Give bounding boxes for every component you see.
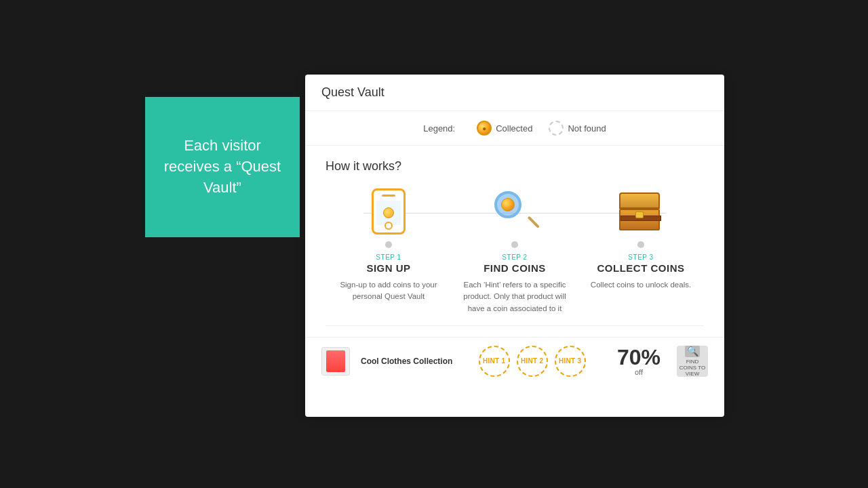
phone-coin [383,207,394,218]
product-thumb-inner [326,350,345,372]
hint-1-badge[interactable]: HINT 1 [479,346,510,377]
chest-body [619,209,660,230]
product-info: Cool Clothes Collection [361,354,452,367]
find-coins-button[interactable]: 🔍 FIND COINS TO VIEW [677,346,708,377]
legend-collected-label: Collected [496,123,532,134]
hint-3-badge[interactable]: HINT 3 [555,346,586,377]
legend-not-found-item: Not found [549,121,606,136]
steps-row: STEP 1 SIGN UP Sign-up to add coins to y… [326,187,704,326]
step-1: STEP 1 SIGN UP Sign-up to add coins to y… [334,187,443,303]
step-2-icon [490,187,539,236]
magnifier-icon [494,191,535,232]
step-1-desc: Sign-up to add coins to your personal Qu… [334,279,443,303]
step-3-dot [637,241,644,248]
step-3-desc: Collect coins to unlock deals. [591,279,691,291]
product-thumbnail [321,347,350,375]
hint-2-badge[interactable]: HINT 2 [517,346,548,377]
step-1-dot [385,241,392,248]
discount-area: 70% off [617,346,660,376]
magnifier-glass [494,191,521,218]
step-2-name: FIND COINS [484,262,546,274]
find-coins-icon: 🔍 [685,346,700,357]
how-it-works-title: How it works? [326,159,704,174]
step-3-icon [616,187,665,236]
step-2: STEP 2 FIND COINS Each ‘Hint’ refers to … [460,187,569,314]
teal-panel: Each visitor receives a “Quest Vault” [145,97,300,237]
magnifier-handle [528,216,540,228]
legend-label: Legend: [423,123,455,134]
magnifier-coin [501,198,515,211]
teal-panel-text: Each visitor receives a “Quest Vault” [159,136,286,198]
legend-collected-item: ● Collected [477,121,532,136]
chest-lock [635,211,644,218]
step-1-icon [364,187,413,236]
find-coins-label: FIND COINS TO VIEW [677,359,708,377]
coin-collected-icon: ● [477,121,492,136]
chest-icon [619,192,663,230]
discount-off-label: off [635,368,643,376]
step-1-name: SIGN UP [366,262,410,274]
step-2-dot [511,241,518,248]
phone-screen [376,201,401,225]
step-3-number: STEP 3 [628,253,653,261]
card-header: Quest Vault [305,75,724,111]
page-wrapper: Each visitor receives a “Quest Vault” Qu… [0,0,868,488]
step-2-desc: Each ‘Hint’ refers to a specific product… [460,279,569,314]
footer-section: Cool Clothes Collection HINT 1 HINT 2 HI… [305,337,724,385]
phone-icon [372,188,406,235]
legend-not-found-label: Not found [568,123,606,134]
product-name: Cool Clothes Collection [361,357,452,366]
step-2-number: STEP 2 [502,253,527,261]
legend-row: Legend: ● Collected Not found [305,111,724,146]
how-it-works-section: How it works? STEP 1 SIGN UP Sign-up t [305,146,724,333]
discount-value: 70% [617,346,660,368]
hints-row: HINT 1 HINT 2 HINT 3 [463,346,601,377]
step-1-number: STEP 1 [376,253,401,261]
step-3-name: COLLECT COINS [597,262,685,274]
main-card: Quest Vault Legend: ● Collected Not foun… [305,75,724,417]
chest-lid [619,192,660,209]
card-title: Quest Vault [321,85,384,99]
step-3: STEP 3 COLLECT COINS Collect coins to un… [587,187,695,291]
coin-not-found-icon [549,121,564,136]
